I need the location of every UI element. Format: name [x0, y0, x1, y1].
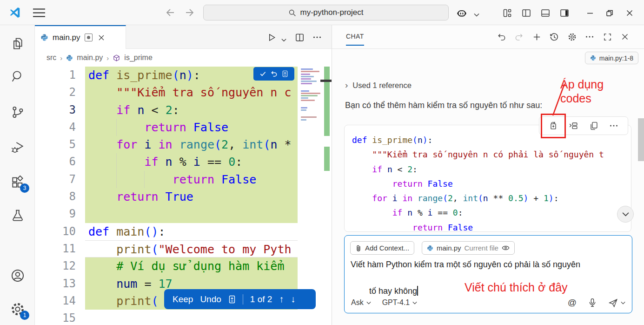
search-sidebar-icon[interactable] [9, 68, 26, 85]
title-bar: my-python-project [0, 0, 644, 25]
copy-icon[interactable] [584, 116, 604, 135]
window-restore-icon[interactable] [604, 7, 616, 19]
explorer-icon[interactable] [9, 35, 26, 52]
model-dropdown[interactable]: GPT-4.1 [382, 298, 418, 307]
nav-back-icon[interactable] [163, 6, 177, 20]
chat-input-text-line1[interactable]: Viết hàm Python kiểm tra một số nguyên c… [351, 260, 580, 270]
change-counter: 1 of 2 [250, 294, 272, 305]
window-close-icon[interactable] [624, 7, 636, 19]
extensions-icon[interactable]: 3 [9, 174, 26, 190]
used-references-label: Used 1 reference [352, 81, 412, 90]
extensions-badge: 3 [20, 183, 29, 193]
mention-icon[interactable]: @ [568, 298, 577, 308]
divider [243, 294, 243, 305]
chat-settings-gear-icon[interactable] [566, 31, 578, 42]
python-file-icon [590, 55, 596, 61]
editor-tab-bar: main.py [35, 25, 332, 49]
send-button[interactable] [608, 298, 625, 307]
inline-diff-widget [253, 67, 294, 81]
tab-main-py[interactable]: main.py [35, 25, 126, 49]
microphone-icon[interactable] [589, 298, 596, 307]
overview-cursor-marker [320, 80, 332, 82]
python-file-icon [66, 54, 73, 61]
chat-scrollbar[interactable] [638, 118, 644, 161]
text-cursor [417, 286, 418, 296]
toggle-panel-icon[interactable] [539, 7, 551, 19]
eye-icon[interactable] [502, 245, 510, 251]
chevron-down-icon [621, 301, 625, 305]
diff-file-icon[interactable] [282, 70, 288, 77]
account-icon[interactable] [9, 267, 26, 284]
context-range-badge[interactable]: main.py:1-8 [585, 52, 638, 64]
settings-gear-icon[interactable]: 1 [9, 301, 26, 318]
tab-modified-icon[interactable] [85, 34, 93, 41]
used-references[interactable]: › Used 1 reference [345, 80, 412, 90]
annotation-highlight-box [541, 114, 566, 138]
tab-chat[interactable]: CHAT [346, 33, 364, 46]
breadcrumb-symbol[interactable]: is_prime [124, 54, 152, 62]
insert-at-cursor-icon[interactable] [564, 116, 584, 135]
chat-header: CHAT [332, 25, 644, 49]
search-icon [288, 9, 296, 17]
add-context-button[interactable]: Add Context... [350, 241, 414, 255]
discard-change-icon[interactable] [271, 70, 278, 77]
annotation-arrow-line [550, 82, 568, 118]
undo-button[interactable]: Undo [200, 294, 221, 305]
overview-changes-bar [324, 147, 330, 171]
settings-badge: 1 [20, 311, 29, 320]
chat-input-box[interactable]: Add Context... main.py Current file Viết… [344, 235, 632, 313]
code-more-actions-icon[interactable] [604, 116, 624, 135]
python-file-icon [40, 34, 48, 41]
vscode-logo-icon [8, 6, 21, 19]
redo-icon[interactable] [513, 31, 524, 42]
customize-layout-icon[interactable] [501, 7, 513, 19]
accept-change-icon[interactable] [259, 70, 266, 77]
window-minimize-icon[interactable] [584, 7, 596, 19]
annotation-write-note: Viết chú thích ở đây [465, 280, 585, 294]
current-file-name: main.py [437, 244, 461, 252]
next-change-icon[interactable]: ↓ [291, 294, 295, 305]
command-center-search[interactable]: my-python-project [203, 5, 449, 20]
code-editor[interactable]: 1def is_prime(n):2 """Kiểm tra số nguyên… [35, 67, 332, 325]
review-file-icon[interactable] [228, 295, 236, 304]
nav-forward-icon[interactable] [183, 6, 197, 20]
chevron-right-icon: › [345, 80, 348, 90]
current-file-pill[interactable]: main.py Current file [422, 241, 515, 255]
keep-button[interactable]: Keep [173, 294, 193, 305]
chat-edits-review-bar: Keep Undo 1 of 2 ↑ ↓ [164, 289, 316, 309]
symbol-function-icon [113, 54, 120, 62]
tab-close-icon[interactable] [98, 34, 105, 41]
chat-history-icon[interactable] [549, 31, 560, 42]
scroll-to-bottom-icon[interactable] [617, 206, 634, 223]
toggle-primary-sidebar-icon[interactable] [520, 7, 532, 19]
copilot-chevron-icon[interactable] [471, 9, 483, 21]
close-panel-icon[interactable] [619, 31, 631, 42]
copilot-icon[interactable] [456, 7, 468, 19]
run-dropdown-chevron-icon[interactable] [278, 34, 290, 46]
previous-change-icon[interactable]: ↑ [279, 294, 284, 305]
new-chat-icon[interactable] [531, 31, 542, 42]
split-editor-icon[interactable] [293, 31, 305, 43]
editor-code-lines[interactable]: 1def is_prime(n):2 """Kiểm tra số nguyên… [35, 67, 298, 325]
assistant-message: Bạn có thể thêm hàm kiểm tra số nguyên t… [345, 101, 568, 110]
chat-more-actions-icon[interactable] [584, 31, 595, 42]
menu-hamburger-icon[interactable] [33, 8, 46, 18]
maximize-panel-icon[interactable] [602, 31, 613, 42]
undo-icon[interactable] [496, 31, 507, 42]
run-python-file-icon[interactable] [266, 31, 278, 43]
chevron-down-icon [412, 301, 417, 305]
search-value: my-python-project [300, 8, 363, 17]
minimap[interactable] [300, 68, 323, 122]
breadcrumb-folder[interactable]: src [46, 54, 56, 62]
source-control-icon[interactable] [9, 104, 26, 121]
toggle-secondary-sidebar-icon[interactable] [558, 7, 571, 19]
send-icon [608, 298, 618, 307]
breadcrumb-file[interactable]: main.py [77, 54, 103, 62]
chat-code-block[interactable]: def is_prime(n): """Kiểm tra số nguyên n… [344, 125, 631, 232]
mode-dropdown[interactable]: Ask [351, 298, 371, 307]
editor-more-actions-icon[interactable] [311, 31, 323, 43]
run-debug-icon[interactable] [9, 139, 26, 156]
chat-code-lines: def is_prime(n): """Kiểm tra số nguyên n… [352, 133, 631, 232]
testing-icon[interactable] [9, 207, 26, 224]
activity-bar: 3 1 [0, 25, 35, 325]
